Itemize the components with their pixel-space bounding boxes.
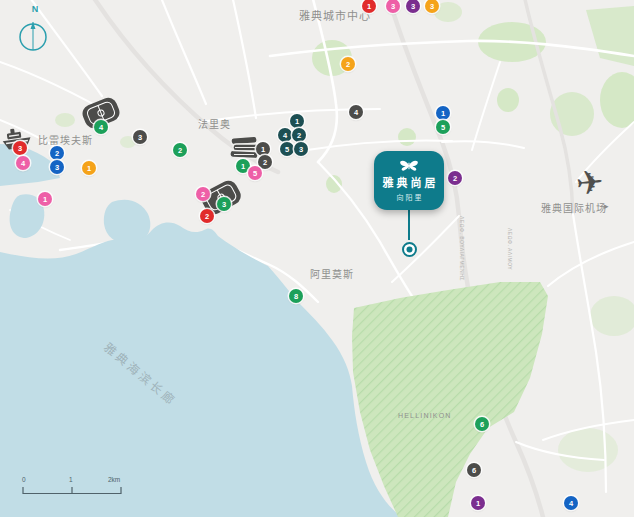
area-label-alimos: 阿里莫斯 (310, 266, 354, 281)
map-marker-gray-4: 4 (349, 105, 363, 119)
map-marker-green-3: 3 (217, 197, 231, 211)
airplane-icon: ✈ (574, 162, 606, 204)
area-label-hellinikon: HELLINIKON (398, 412, 452, 419)
base-map-graphics (0, 0, 634, 517)
map-marker-blue-2: 2 (50, 146, 64, 160)
scale-tick-label: 2km (108, 476, 120, 483)
map-marker-gray-3: 3 (133, 130, 147, 144)
map-marker-purple-1: 1 (471, 496, 485, 510)
map-marker-teal-5: 5 (280, 142, 294, 156)
area-label-faliro: 法里奥 (198, 116, 231, 131)
map-marker-teal-1: 1 (290, 114, 304, 128)
scale-bar: 0 1 2km (22, 476, 126, 498)
map-marker-blue-4: 4 (564, 496, 578, 510)
project-subtitle: 向阳里 (397, 192, 424, 202)
road-name-label: ΛΕΩΦ. ΒΟΥΛΙΑΓΜΕΝΗΣ (459, 216, 465, 281)
callout-stem (408, 210, 410, 240)
butterfly-icon (399, 159, 419, 172)
project-callout: 雅典尚居 向阳里 (374, 151, 444, 210)
map-marker-gray-1: 1 (256, 142, 270, 156)
map-marker-teal-4: 4 (278, 128, 292, 142)
map-marker-gray-2: 2 (258, 155, 272, 169)
map-marker-green-6: 6 (475, 417, 489, 431)
map-marker-pink-2: 2 (196, 187, 210, 201)
road-name-label: ΛΕΩΦ. ΑΛΙΜΟΥ (507, 228, 513, 270)
hellinikon-area (352, 282, 548, 517)
map-marker-teal-2: 2 (292, 128, 306, 142)
area-label-athens-center: 雅典城市中心 (299, 7, 371, 23)
area-label-piraeus: 比雷埃夫斯 (38, 132, 93, 147)
map-marker-green-5: 5 (436, 120, 450, 134)
map-marker-red-3: 3 (13, 141, 27, 155)
map-marker-gray-6: 6 (467, 463, 481, 477)
compass-icon: N (12, 4, 58, 60)
scale-tick-label: 0 (22, 476, 26, 483)
area-label-airport: 雅典国际机场 (541, 200, 607, 215)
map-marker-red-2: 2 (200, 209, 214, 223)
map-marker-blue-3: 3 (50, 160, 64, 174)
map-marker-green-2: 2 (173, 143, 187, 157)
project-title: 雅典尚居 (383, 174, 439, 190)
map-marker-orange-2: 2 (341, 57, 355, 71)
map-marker-orange-1: 1 (82, 161, 96, 175)
map-marker-pink-4: 4 (16, 156, 30, 170)
map-canvas: N (0, 0, 634, 517)
map-marker-purple-2: 2 (448, 171, 462, 185)
compass-north-label: N (12, 4, 58, 14)
map-marker-green-8: 8 (289, 289, 303, 303)
project-location-marker (401, 241, 418, 258)
map-marker-pink-1: 1 (38, 192, 52, 206)
map-marker-green-4: 4 (94, 120, 108, 134)
scale-tick-label: 1 (69, 476, 73, 483)
map-marker-blue-1: 1 (436, 106, 450, 120)
map-marker-teal-3: 3 (294, 142, 308, 156)
map-marker-pink-5: 5 (248, 166, 262, 180)
